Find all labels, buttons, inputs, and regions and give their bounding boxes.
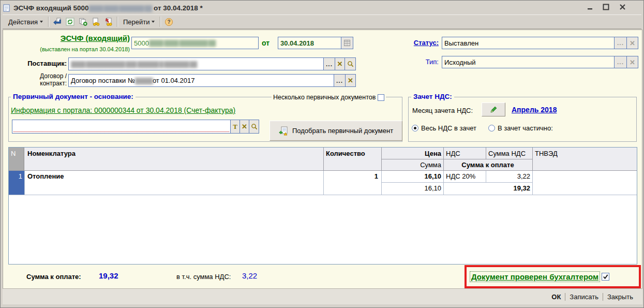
multiple-primary-docs: Несколько первичных документов	[272, 94, 386, 101]
contract-suffix: от 01.04.2017	[153, 77, 195, 84]
supplier-open-button[interactable]	[345, 58, 355, 70]
cell-qty[interactable]: 1	[323, 172, 378, 180]
supplier-select-button[interactable]: ...	[323, 58, 335, 70]
post-document-button[interactable]	[89, 16, 102, 27]
edit-month-button[interactable]	[482, 102, 505, 116]
help-icon: ?	[164, 18, 173, 26]
col-header-vat[interactable]: НДС	[446, 150, 460, 157]
type-clear-button[interactable]: ✕	[626, 56, 638, 68]
refresh-button[interactable]	[64, 16, 77, 27]
total-vat-value: 3,22	[242, 271, 257, 280]
supplier-value-redacted: ████ ███████████ ███ ██████ █ ███████ ██	[71, 61, 197, 67]
close-icon	[619, 4, 626, 10]
write-document-button[interactable]	[51, 16, 64, 27]
minimize-button[interactable]	[585, 2, 596, 12]
goto-label: Перейти	[123, 18, 150, 26]
col-header-sum[interactable]: Сумма	[381, 161, 441, 169]
type-value: Исходный	[442, 56, 614, 68]
document-window: ЭСЧФ входящий 5000████ ████ ███████ ██ о…	[0, 0, 644, 308]
cell-vat-sum[interactable]: 3,22	[486, 172, 530, 180]
supplier-field[interactable]: ████ ███████████ ███ ██████ █ ███████ ██…	[68, 57, 356, 70]
toolbar-separator	[160, 17, 161, 27]
checked-by-accountant-checkbox[interactable]	[602, 273, 609, 281]
primary-document-clear-button[interactable]: ✕	[239, 120, 249, 133]
write-icon	[53, 18, 62, 26]
cell-sum[interactable]: 16,10	[381, 184, 441, 192]
portal-note: (выставлен на портал 30.04.2018)	[10, 46, 130, 52]
cell-price[interactable]: 16,10	[381, 172, 441, 180]
status-field[interactable]: Выставлен ... ✕	[442, 37, 638, 49]
refresh-icon	[66, 18, 74, 26]
contract-field[interactable]: Договор поставки №█████ от 01.04.2017 ..…	[68, 74, 356, 87]
primary-document-group-title: Первичный документ - основание:	[11, 93, 136, 100]
contract-select-button[interactable]: ...	[334, 75, 345, 86]
col-header-qty[interactable]: Количество	[326, 150, 365, 157]
type-select-button[interactable]: ...	[614, 56, 626, 68]
document-type-label: ЭСЧФ (входящий)	[32, 34, 130, 42]
document-number-redacted: ████ ████ ████████ ██	[149, 40, 215, 46]
date-value: 30.04.2018	[278, 37, 341, 49]
help-button[interactable]: ?	[162, 16, 175, 27]
vat-offset-group-title: Зачет НДС:	[411, 93, 454, 100]
multiple-primary-docs-label: Несколько первичных документов	[273, 94, 376, 101]
close-form-button[interactable]: Закрыть	[603, 293, 637, 301]
ok-button[interactable]: ОК	[547, 293, 565, 301]
copy-button[interactable]	[77, 16, 89, 27]
row-number-cell[interactable]: 1	[9, 171, 24, 195]
supplier-label: Поставщик:	[21, 60, 67, 67]
close-button[interactable]	[617, 2, 628, 12]
cell-nomenclature[interactable]: Отопление	[27, 172, 64, 180]
type-field[interactable]: Исходный ... ✕	[442, 56, 638, 68]
checked-by-accountant-link[interactable]: Документ проверен бухгалтером	[470, 271, 600, 282]
magnifier-icon	[347, 61, 354, 67]
maximize-button[interactable]	[600, 2, 611, 12]
primary-document-field[interactable]: T ✕	[12, 120, 259, 134]
calendar-button[interactable]	[341, 37, 353, 49]
status-label[interactable]: Статус:	[399, 39, 439, 47]
radio-partial-vat-label: В зачет частично:	[498, 124, 553, 132]
col-header-sum-pay[interactable]: Сумма к оплате	[443, 161, 532, 169]
col-header-nomenclature[interactable]: Номенклатура	[27, 150, 76, 157]
copy-plus-icon	[79, 18, 87, 26]
window-title-redacted: ████ ████ ███████ ██	[89, 5, 152, 11]
radio-all-vat-circle	[412, 125, 418, 131]
portal-info-link[interactable]: Информация с портала: 0000000344 от 30.0…	[11, 106, 235, 114]
col-header-n[interactable]: N	[11, 150, 16, 157]
status-select-button[interactable]: ...	[614, 37, 626, 49]
save-button[interactable]: Записать	[565, 293, 603, 301]
document-number-field[interactable]: 5000████ ████ ████████ ██	[131, 37, 259, 49]
actions-button[interactable]: Действия	[5, 16, 47, 27]
radio-partial-vat[interactable]: В зачет частично:	[488, 124, 553, 132]
col-header-tnved[interactable]: ТНВЭД	[535, 150, 558, 157]
unpost-document-icon	[104, 18, 113, 26]
unpost-document-button[interactable]	[102, 16, 115, 27]
multiple-primary-docs-checkbox[interactable]	[378, 94, 384, 101]
cell-sum-pay[interactable]: 19,32	[443, 184, 530, 192]
goto-button[interactable]: Перейти	[119, 16, 159, 27]
status-clear-button[interactable]: ✕	[626, 37, 638, 49]
total-pay-label: Сумма к оплате:	[26, 273, 81, 281]
pencil-icon	[489, 106, 498, 114]
document-number-visible: 5000	[134, 39, 149, 47]
radio-all-vat-label: Весь НДС в зачет	[421, 124, 476, 132]
pick-document-icon	[279, 126, 288, 136]
status-value: Выставлен	[442, 37, 614, 49]
col-header-price[interactable]: Цена	[381, 150, 441, 157]
cell-vat[interactable]: НДС 20%	[446, 172, 475, 180]
pick-primary-document-label: Подобрать первичный документ	[292, 127, 393, 135]
supplier-clear-button[interactable]: ✕	[335, 58, 345, 70]
date-field[interactable]: 30.04.2018	[278, 37, 353, 49]
contract-label: Договор / контракт:	[21, 72, 67, 87]
radio-all-vat[interactable]: Весь НДС в зачет	[412, 124, 476, 132]
check-icon	[603, 274, 608, 280]
pick-primary-document-button[interactable]: Подобрать первичный документ	[269, 121, 402, 141]
col-header-vat-sum[interactable]: Сумма НДС	[488, 150, 526, 157]
vat-offset-group	[408, 97, 637, 142]
primary-document-open-button[interactable]	[249, 120, 259, 133]
window-title: ЭСЧФ входящий 5000████ ████ ███████ ██ о…	[13, 4, 203, 12]
vat-month-link[interactable]: Апрель 2018	[512, 106, 557, 114]
items-table[interactable]: N Номенклатура Количество Цена НДС Сумма…	[8, 147, 637, 265]
contract-clear-button[interactable]: ✕	[345, 75, 355, 86]
text-edit-button[interactable]: T	[230, 120, 239, 133]
highlight-annotation-box: Документ проверен бухгалтером	[465, 265, 641, 288]
